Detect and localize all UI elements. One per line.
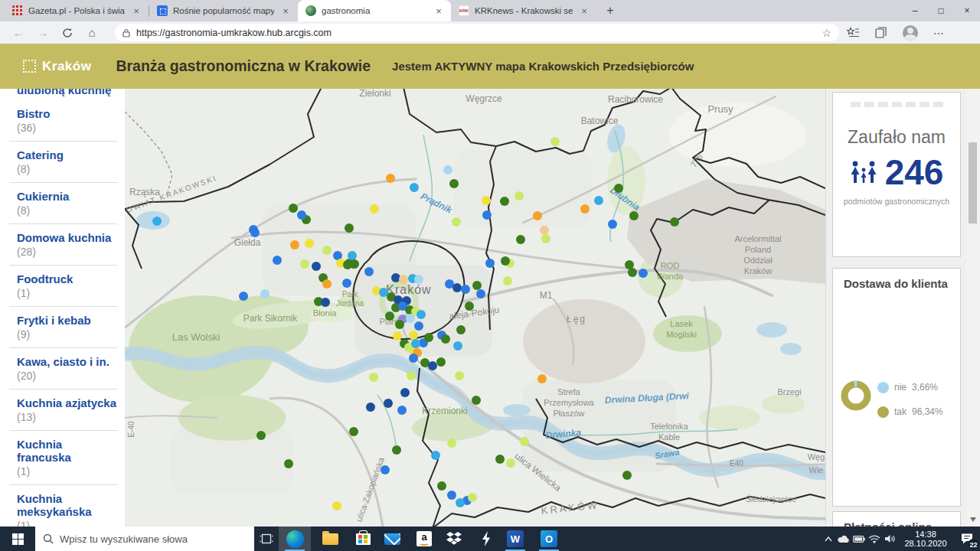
sidebar-item-2[interactable]: Cukiernia(8) [9, 182, 117, 223]
map-marker[interactable] [622, 471, 632, 480]
map-marker[interactable] [289, 204, 298, 213]
map-marker[interactable] [456, 498, 465, 507]
map-marker[interactable] [381, 465, 390, 474]
tab-close-icon[interactable]: × [578, 5, 590, 17]
map-marker[interactable] [506, 458, 515, 468]
map-marker[interactable] [485, 259, 495, 268]
map-marker[interactable] [503, 276, 512, 285]
wifi-icon[interactable] [867, 527, 882, 551]
map-marker[interactable] [500, 197, 509, 206]
map-marker[interactable] [495, 455, 505, 464]
map-marker[interactable] [520, 437, 529, 446]
map-marker[interactable] [410, 183, 419, 192]
favorites-bar-icon[interactable] [847, 27, 860, 38]
map-marker[interactable] [540, 226, 549, 235]
map-marker[interactable] [322, 246, 332, 255]
taskbar-mail-button[interactable] [376, 527, 408, 551]
map-marker[interactable] [397, 406, 407, 415]
map-marker[interactable] [537, 374, 547, 383]
map-marker[interactable] [416, 310, 426, 319]
map-marker[interactable] [400, 388, 410, 397]
map-marker[interactable] [332, 501, 341, 510]
address-bar[interactable]: https://gastronomia-umkrakow.hub.arcgis.… [115, 24, 839, 41]
map-marker[interactable] [239, 292, 248, 301]
map-marker[interactable] [639, 269, 648, 278]
map-marker[interactable] [369, 373, 378, 382]
map-marker[interactable] [385, 311, 394, 321]
map-marker[interactable] [414, 275, 423, 284]
map-marker[interactable] [284, 459, 293, 468]
map-marker[interactable] [256, 431, 266, 440]
map-marker[interactable] [391, 273, 400, 282]
map-marker[interactable] [453, 341, 462, 350]
map-marker[interactable] [516, 235, 525, 244]
map-marker[interactable] [443, 165, 452, 174]
page-scrollbar[interactable] [966, 89, 980, 527]
tab-gazeta[interactable]: Gazeta.pl - Polska i świat - wiado × [5, 0, 149, 21]
map-marker[interactable] [350, 259, 359, 269]
map-marker[interactable] [628, 268, 637, 277]
map-marker[interactable] [424, 333, 433, 342]
new-tab-button[interactable]: + [601, 2, 619, 20]
battery-icon[interactable] [851, 527, 867, 551]
sidebar-item-4[interactable]: Foodtruck(1) [9, 265, 117, 306]
map-marker[interactable] [456, 325, 466, 334]
map-marker[interactable] [260, 289, 270, 298]
sidebar-item-8[interactable]: Kuchnia francuska(1) [9, 430, 117, 484]
map-marker[interactable] [541, 234, 550, 243]
map-marker[interactable] [366, 403, 375, 412]
map-marker[interactable] [447, 491, 456, 500]
map-marker[interactable] [670, 217, 679, 227]
map-marker[interactable] [393, 331, 402, 341]
tab-close-icon[interactable]: × [433, 5, 445, 17]
scrollbar-down-arrow-icon[interactable] [970, 517, 976, 522]
start-button[interactable] [0, 527, 35, 551]
volume-icon[interactable] [882, 527, 897, 551]
map-marker[interactable] [608, 220, 617, 229]
map-marker[interactable] [472, 281, 482, 290]
map-marker[interactable] [411, 339, 420, 348]
taskbar-clock[interactable]: 14:38 28.10.2020 [902, 530, 949, 548]
map-marker[interactable] [452, 217, 461, 227]
map-marker[interactable] [455, 371, 464, 380]
map-marker[interactable] [250, 228, 260, 237]
sidebar-item-1[interactable]: Catering(8) [9, 141, 117, 182]
tab-krknews[interactable]: KRK KRKnews - Krakowski serwis info × [451, 0, 596, 21]
map-marker[interactable] [409, 331, 418, 340]
map-marker[interactable] [345, 223, 354, 233]
map-marker[interactable] [482, 196, 491, 205]
map-marker[interactable] [409, 354, 418, 363]
back-icon[interactable]: ← [8, 23, 28, 43]
map-marker[interactable] [580, 204, 590, 214]
taskbar-store-button[interactable] [347, 527, 379, 551]
profile-avatar[interactable] [903, 25, 918, 41]
map-marker[interactable] [629, 211, 639, 220]
sidebar-item-7[interactable]: Kuchnia azjatycka(13) [9, 389, 117, 430]
tab-close-icon[interactable]: × [130, 5, 142, 17]
map-marker[interactable] [550, 137, 560, 146]
browser-menu-icon[interactable]: ⋯ [933, 27, 944, 39]
map-marker[interactable] [273, 256, 282, 265]
map-marker[interactable] [441, 334, 450, 344]
map-marker[interactable] [533, 211, 542, 220]
map-marker[interactable] [348, 251, 357, 260]
map-marker[interactable] [468, 493, 477, 502]
map-marker[interactable] [465, 302, 474, 311]
map-marker[interactable] [406, 314, 415, 323]
tab-gastronomia-active[interactable]: gastronomia × [298, 0, 451, 21]
taskbar-amazon-button[interactable]: a [408, 527, 440, 551]
map-marker[interactable] [414, 321, 423, 331]
taskbar-outlook-button[interactable]: O [533, 527, 565, 551]
map-marker[interactable] [290, 240, 299, 249]
map-marker[interactable] [297, 210, 306, 220]
sidebar-item-5[interactable]: Frytki i kebab(9) [9, 306, 117, 347]
map-marker[interactable] [447, 439, 456, 448]
scrollbar-thumb[interactable] [969, 142, 977, 223]
window-minimize-button[interactable]: – [902, 0, 928, 21]
map-marker[interactable] [379, 288, 388, 297]
map-marker[interactable] [431, 451, 440, 460]
map-marker[interactable] [384, 399, 393, 408]
map-marker[interactable] [407, 371, 416, 380]
taskbar-bolt-app-button[interactable] [470, 527, 502, 551]
map-marker[interactable] [152, 217, 162, 226]
